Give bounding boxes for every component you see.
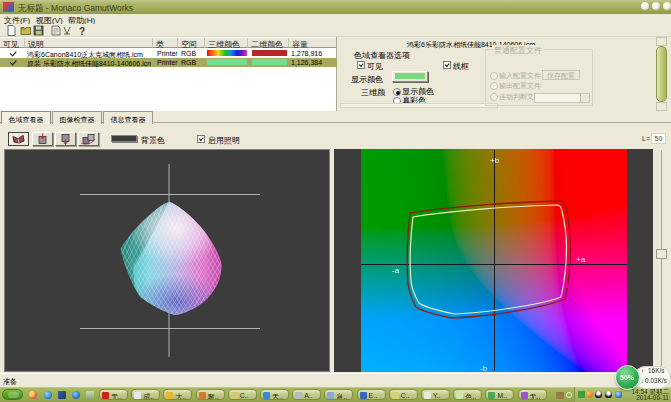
svg-text:+a: +a	[576, 255, 586, 264]
svg-text:-a: -a	[392, 266, 400, 275]
svg-text:-b: -b	[480, 364, 488, 372]
svg-text:?: ?	[79, 26, 85, 37]
svg-text:+b: +b	[490, 156, 500, 165]
